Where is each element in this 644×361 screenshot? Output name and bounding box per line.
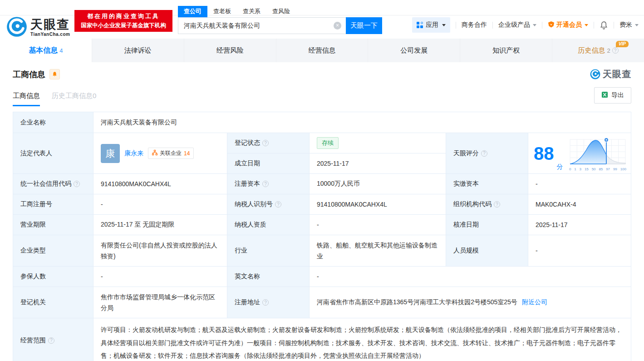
search-tab-boss[interactable]: 查老板	[207, 6, 237, 17]
divider	[594, 22, 594, 29]
help-icon[interactable]: ?	[612, 47, 619, 54]
field-label-reg-address: 注册地址?	[227, 287, 309, 318]
legal-rep-avatar[interactable]: 康	[101, 144, 120, 163]
help-icon[interactable]: ?	[481, 150, 487, 157]
reg-number-value: -	[93, 194, 227, 214]
taxpayer-id-value: 91410800MAK0CAHX4L	[310, 194, 446, 214]
tab-count: 4	[59, 47, 63, 54]
main-content: 工商信息 天眼查 工商信息 历史工商信息0 导出	[0, 68, 644, 361]
org-code-value: MAK0CAHX-4	[528, 194, 631, 214]
subtab-business-info[interactable]: 工商信息	[13, 92, 40, 106]
help-icon[interactable]: ?	[262, 299, 269, 306]
field-label-taxpayer-id: 纳税人识别号?	[227, 194, 309, 214]
vip-crown-icon	[548, 21, 555, 29]
apps-grid-icon	[417, 22, 423, 28]
cooperation-link[interactable]: 商务合作	[462, 21, 487, 29]
search-tab-risk[interactable]: 查风险	[266, 6, 296, 17]
score-unit: 分	[557, 163, 563, 171]
legal-rep-cell: 康 康永来 关联企业 14	[93, 133, 227, 173]
top-navigation: 应用 商务合作 企业级产品 开通会员 费米	[412, 17, 639, 33]
subtab-history-business-info[interactable]: 历史工商信息0	[52, 92, 96, 106]
tab-operating-risk[interactable]: 经营风险	[184, 39, 276, 62]
field-label-staff-size: 人员规模	[446, 235, 528, 266]
reg-address-cell: 河南省焦作市高新区中原路1365号河南理工大学科技园2号楼505室25号 附近公…	[310, 287, 631, 318]
credit-code-value: 91410800MAK0CAHX4L	[93, 174, 227, 194]
tianyancha-logo[interactable]: 天眼查 TianYanCha.com	[6, 16, 70, 39]
tab-company-development[interactable]: 公司发展	[368, 39, 460, 62]
company-tab-bar: 基本信息 4 法律诉讼 经营风险 经营信息 公司发展 知识产权 VIP 历史信息…	[0, 39, 644, 62]
score-distribution-chart: 0131550859799100	[568, 136, 627, 171]
company-type-value: 有限责任公司(非自然人投资或控股的法人独资)	[93, 235, 227, 266]
help-icon[interactable]: ?	[262, 181, 269, 187]
search-module: 查公司 查老板 查关系 查风险 × 天眼一下	[178, 6, 382, 34]
tianyan-score-cell[interactable]: 88 分	[528, 133, 631, 173]
username: 费米	[619, 21, 632, 29]
field-label-credit-code: 统一社会信用代码?	[13, 174, 93, 194]
chevron-down-icon	[635, 24, 639, 26]
insured-count-value: -	[93, 267, 227, 287]
score-axis-labels: 0131550859799100	[568, 167, 627, 171]
enterprise-products-menu[interactable]: 企业级产品	[498, 21, 536, 29]
help-icon[interactable]: ?	[275, 201, 281, 208]
field-label-tianyan-score: 天眼评分?	[446, 133, 528, 173]
brand-domain: TianYanCha.com	[30, 32, 70, 37]
paid-capital-value: -	[528, 174, 631, 194]
subscribe-bell-icon[interactable]	[49, 69, 60, 79]
field-label-reg-capital: 注册资本?	[227, 174, 309, 194]
field-label-business-scope: 经营范围?	[13, 318, 93, 361]
tab-business-info[interactable]: 经营信息	[276, 39, 369, 62]
tab-basic-info[interactable]: 基本信息 4	[0, 39, 92, 62]
business-scope-value: 许可项目：火箭发动机研发与制造；航天器及运载火箭制造；火箭发射设备研发和制造；火…	[93, 318, 631, 361]
help-icon[interactable]: ?	[48, 337, 54, 344]
reg-capital-value: 10000万人民币	[310, 174, 446, 194]
divider	[456, 22, 456, 29]
org-chart-icon	[152, 150, 157, 157]
tab-history-info[interactable]: VIP 历史信息 2 ?	[552, 39, 644, 62]
help-icon[interactable]: ?	[262, 140, 269, 146]
chevron-down-icon	[442, 24, 446, 26]
field-label-insured-count: 参保人数	[13, 267, 93, 287]
field-label-company-type: 企业类型	[13, 235, 93, 266]
search-tab-relation[interactable]: 查关系	[237, 6, 266, 17]
company-name-value: 河南天兵航天装备有限公司	[93, 112, 631, 133]
business-term-value: 2025-11-17 至 无固定期限	[93, 215, 227, 235]
clear-search-icon[interactable]: ×	[334, 22, 341, 30]
tianyancha-swirl-icon	[590, 69, 600, 79]
field-label-org-code: 组织机构代码?	[446, 194, 528, 214]
tab-intellectual-property[interactable]: 知识产权	[460, 39, 552, 62]
page-header: 天眼查 TianYanCha.com 都在用的商业查询工具 国家中小企业发展子基…	[0, 0, 644, 39]
field-label-business-term: 营业期限	[13, 215, 93, 235]
field-label-reg-status: 登记状态?	[227, 133, 309, 153]
status-badge: 存续	[317, 137, 339, 149]
vip-badge: VIP	[616, 41, 629, 47]
approval-date-value: 2025-11-17	[528, 215, 631, 235]
divider	[614, 22, 614, 29]
chevron-down-icon	[585, 24, 588, 26]
search-button[interactable]: 天眼一下	[346, 17, 382, 34]
search-input[interactable]	[178, 17, 346, 34]
score-value: 88	[534, 144, 554, 163]
related-companies-badge[interactable]: 关联企业 14	[148, 148, 194, 159]
chevron-down-icon	[533, 24, 536, 26]
staff-size-value: -	[528, 235, 631, 266]
field-label-paid-capital: 实缴资本	[446, 174, 528, 194]
legal-rep-link[interactable]: 康永来	[124, 149, 143, 158]
user-menu[interactable]: 费米	[619, 21, 639, 29]
nearby-companies-link[interactable]: 附近公司	[522, 298, 547, 307]
field-label-approval-date: 核准日期	[446, 215, 528, 235]
export-button[interactable]: 导出	[594, 87, 631, 104]
search-tab-company[interactable]: 查公司	[178, 6, 207, 17]
vip-upgrade-menu[interactable]: 开通会员	[548, 21, 588, 29]
help-icon[interactable]: ?	[74, 181, 80, 187]
field-label-legal-rep: 法定代表人	[13, 133, 93, 173]
field-label-industry: 行业	[227, 235, 309, 266]
divider	[542, 22, 542, 29]
field-label-est-date: 成立日期	[227, 153, 309, 173]
help-icon[interactable]: ?	[494, 201, 500, 208]
section-title: 工商信息	[13, 69, 45, 80]
notifications-bell-icon[interactable]	[600, 21, 608, 30]
tab-legal-proceedings[interactable]: 法律诉讼	[92, 39, 184, 62]
est-date-value: 2025-11-17	[310, 153, 446, 173]
brand-slogan: 都在用的商业查询工具 国家中小企业发展子基金旗下机构	[74, 10, 172, 32]
apps-menu[interactable]: 应用	[412, 17, 450, 33]
